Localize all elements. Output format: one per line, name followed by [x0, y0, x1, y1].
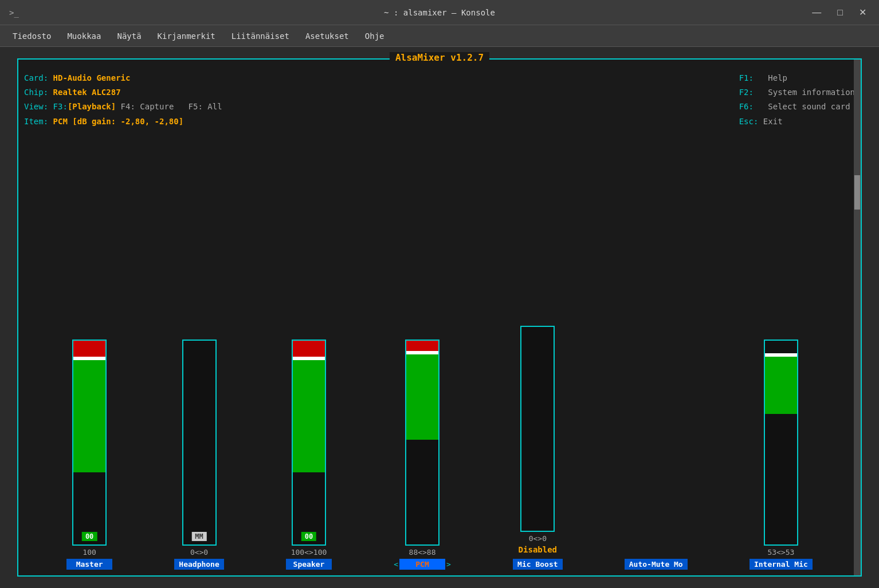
info-section: Card: HD-Audio Generic Chip: Realtek ALC…	[24, 71, 855, 129]
channel-speaker: 00 100<>100 Speaker	[286, 340, 332, 570]
channel-label-auto-mute[interactable]: Auto-Mute Mo	[625, 559, 688, 570]
menu-ohje[interactable]: Ohje	[358, 29, 391, 43]
chip-value: Realtek ALC287	[53, 88, 121, 97]
view-playback: [Playback]	[68, 102, 116, 111]
terminal-area: AlsaMixer v1.2.7 Card: HD-Audio Generic …	[0, 47, 879, 588]
scrollbar[interactable]	[854, 60, 861, 575]
info-left: Card: HD-Audio Generic Chip: Realtek ALC…	[24, 71, 222, 129]
fader-track-speaker[interactable]: 00	[292, 340, 326, 546]
channel-label-headphone[interactable]: Headphone	[174, 559, 223, 570]
channel-pcm-wrapper: 88<>88 < PCM >	[394, 340, 451, 570]
window-controls: — □ ✕	[809, 5, 870, 20]
fader-track-pcm[interactable]	[405, 340, 440, 546]
channel-level-master: 100	[83, 548, 96, 557]
channel-level-mic-boost: 0<>0	[529, 534, 547, 543]
fader-track-internal-mic[interactable]	[764, 340, 798, 546]
channel-level-pcm: 88<>88	[409, 548, 436, 557]
window-title: ~ : alsamixer — Konsole	[384, 8, 495, 17]
channel-headphone: MM 0<>0 Headphone	[174, 340, 223, 570]
fader-track-headphone[interactable]: MM	[182, 340, 217, 546]
view-capture: F4: Capture F5: All	[121, 102, 222, 111]
card-label: Card:	[24, 73, 53, 82]
menu-tiedosto[interactable]: Tiedosto	[6, 29, 58, 43]
view-f3: F3:	[53, 102, 68, 111]
alsamixer-window: AlsaMixer v1.2.7 Card: HD-Audio Generic …	[17, 58, 862, 577]
item-value: PCM [dB gain: -2,80, -2,80]	[53, 117, 184, 126]
terminal-prompt-icon: >_	[9, 8, 19, 17]
menu-liitannaiset[interactable]: Liitännäiset	[225, 29, 296, 43]
pcm-nav-left[interactable]: <	[394, 560, 398, 569]
pcm-nav-right[interactable]: >	[446, 560, 451, 569]
channel-mic-boost: 0<>0 Disabled Mic Boost	[513, 326, 562, 570]
fader-track-mic-boost[interactable]	[520, 326, 555, 532]
minimize-button[interactable]: —	[809, 5, 825, 20]
channel-label-mic-boost[interactable]: Mic Boost	[513, 559, 562, 570]
disabled-text: Disabled	[519, 545, 557, 554]
channel-level-auto-mute	[654, 548, 658, 557]
channel-level-speaker: 100<>100	[291, 548, 327, 557]
menu-kirjanmerkit[interactable]: Kirjanmerkit	[151, 29, 222, 43]
title-bar: >_ ~ : alsamixer — Konsole — □ ✕	[0, 0, 879, 25]
f2-desc: System information	[768, 88, 855, 97]
mic-boost-bottom: Disabled Mic Boost	[513, 545, 562, 570]
f2-key: F2:	[739, 88, 763, 97]
f6-desc: Select sound card	[768, 102, 850, 111]
f1-desc: Help	[768, 73, 787, 82]
scrollbar-thumb[interactable]	[854, 175, 860, 210]
channel-internal-mic: 53<>53 Internal Mic	[749, 340, 813, 570]
faders-section: 00 100 Master MM 0<>0 Headphone	[24, 140, 855, 570]
channel-label-master[interactable]: Master	[66, 559, 112, 570]
esc-key: Esc:	[739, 117, 763, 126]
channel-master: 00 100 Master	[66, 340, 112, 570]
f6-key: F6:	[739, 102, 763, 111]
menu-asetukset[interactable]: Asetukset	[299, 29, 356, 43]
maximize-button[interactable]: □	[834, 5, 846, 20]
channel-auto-mute: Auto-Mute Mo	[625, 340, 688, 570]
view-label: View:	[24, 102, 53, 111]
pcm-nav-row: < PCM >	[394, 559, 451, 570]
menu-bar: Tiedosto Muokkaa Näytä Kirjanmerkit Liit…	[0, 25, 879, 47]
close-button[interactable]: ✕	[856, 5, 870, 20]
fader-track-master[interactable]: 00	[72, 340, 107, 546]
esc-desc: Exit	[763, 117, 783, 126]
channel-level-headphone: 0<>0	[190, 548, 208, 557]
fader-empty-auto-mute	[639, 340, 673, 546]
alsamixer-title: AlsaMixer v1.2.7	[390, 52, 489, 63]
channel-label-speaker[interactable]: Speaker	[286, 559, 332, 570]
menu-muokkaa[interactable]: Muokkaa	[60, 29, 108, 43]
channel-level-internal-mic: 53<>53	[767, 548, 794, 557]
info-right: F1: Help F2: System information F6: Sele…	[739, 71, 855, 129]
chip-label: Chip:	[24, 88, 53, 97]
f1-key: F1:	[739, 73, 763, 82]
channel-label-internal-mic[interactable]: Internal Mic	[749, 559, 813, 570]
menu-nayta[interactable]: Näytä	[110, 29, 148, 43]
channel-label-pcm[interactable]: PCM	[399, 559, 445, 570]
card-value: HD-Audio Generic	[53, 73, 131, 82]
item-label: Item:	[24, 117, 53, 126]
